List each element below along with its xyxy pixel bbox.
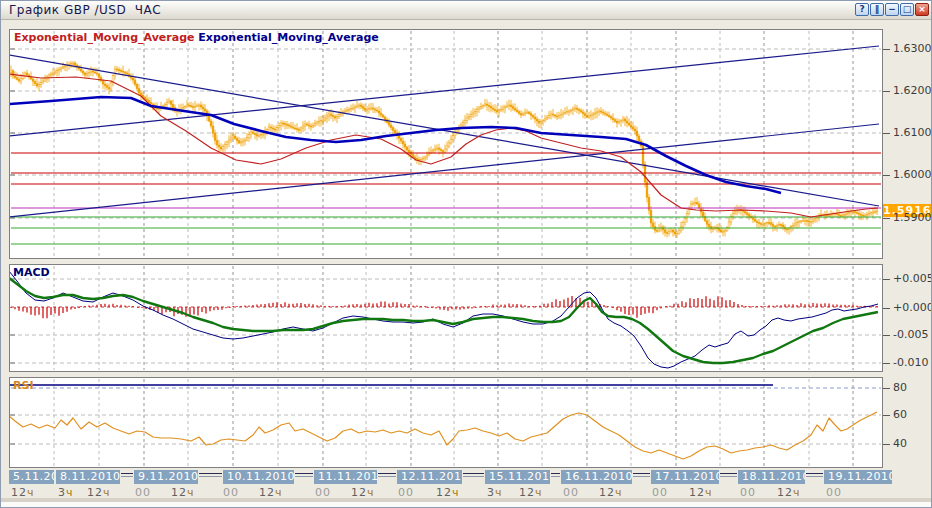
price-axis: 1.5916 1.63001.62001.61001.60001.5900+0.…: [882, 1, 932, 508]
candle-body: [24, 73, 26, 76]
price-axis-label: 1.6200: [893, 84, 932, 97]
candle-body: [120, 70, 122, 71]
candle-body: [268, 127, 270, 129]
date-box: 12.11.2010: [397, 470, 462, 484]
pause-icon: ‖: [875, 4, 880, 14]
candle-body: [58, 69, 60, 70]
candle-body: [230, 138, 232, 140]
candle-body: [828, 216, 830, 217]
macd-axis-label: -0.010: [893, 356, 928, 369]
candle-body: [854, 212, 856, 213]
macd-axis-label: -0.005: [893, 328, 928, 341]
candle-body: [136, 84, 138, 88]
candle-body: [334, 117, 336, 118]
candle-body: [524, 113, 526, 114]
candle-body: [468, 116, 470, 118]
candle-body: [486, 104, 488, 105]
candle-body: [674, 232, 676, 234]
date-connector: [720, 473, 737, 477]
candle-body: [858, 214, 860, 215]
date-connector: [463, 473, 484, 477]
candle-body: [658, 229, 660, 231]
candle-body: [670, 230, 672, 232]
candle-body: [186, 105, 188, 106]
candle-body: [522, 114, 524, 115]
date-box: 10.11.2010: [223, 470, 294, 484]
main-chart-panel[interactable]: Exponential_Moving_Average Exponential_M…: [9, 29, 883, 259]
candle-body: [488, 105, 490, 106]
date-connector: [295, 473, 313, 477]
candle-body: [60, 68, 62, 69]
candle-body: [16, 78, 18, 80]
candle-body: [472, 113, 474, 115]
candle-body: [316, 122, 318, 124]
candle-body: [346, 110, 348, 111]
candle-body: [74, 63, 76, 65]
candle-body: [744, 212, 746, 213]
candle-body: [478, 108, 480, 110]
candle-body: [42, 81, 44, 83]
window-titlebar[interactable]: График GBP /USD ЧАС ? ‖ − □ ×: [1, 1, 931, 20]
candle-body: [800, 221, 802, 222]
rsi-axis-label-tick: [883, 388, 890, 389]
candle-body: [838, 215, 840, 216]
candle-body: [874, 211, 876, 212]
candle-body: [500, 109, 502, 110]
candle-body: [324, 118, 326, 120]
candle-body: [440, 149, 442, 150]
candle-body: [348, 109, 350, 110]
macd-axis-label-tick: [883, 363, 890, 364]
candle-body: [148, 101, 150, 103]
candle-body: [590, 115, 592, 116]
candle-body: [246, 137, 248, 140]
candle-body: [400, 138, 402, 141]
macd-axis-label-tick: [883, 308, 890, 309]
candle-body: [434, 149, 436, 150]
candle-body: [746, 213, 748, 215]
candle-body: [196, 106, 198, 107]
help-button[interactable]: ?: [855, 3, 869, 16]
candle-body: [778, 225, 780, 226]
candle-body: [252, 132, 254, 133]
indicator-legend: Exponential_Moving_Average Exponential_M…: [14, 31, 379, 44]
candle-body: [44, 79, 46, 81]
candle-body: [140, 93, 142, 95]
candle-body: [376, 110, 378, 111]
ema-fast-line: [10, 74, 878, 217]
candle-body: [106, 86, 108, 88]
date-connector: [199, 473, 222, 477]
candle-body: [694, 202, 696, 203]
candle-body: [250, 132, 252, 135]
candle-body: [798, 222, 800, 223]
date-box: 18.11.2010: [738, 470, 805, 484]
date-box: 11.11.2010: [314, 470, 377, 484]
candle-body: [762, 225, 764, 226]
price-axis-label-tick: [883, 91, 890, 92]
candle-body: [604, 113, 606, 114]
candle-body: [768, 223, 770, 224]
candle-body: [36, 84, 38, 86]
candle-body: [272, 128, 274, 129]
macd-axis-label: +0.005: [893, 272, 932, 285]
candle-body: [216, 140, 218, 145]
candle-body: [166, 103, 168, 105]
candle-body: [610, 117, 612, 118]
candle-body: [722, 231, 724, 232]
candle-body: [302, 126, 304, 128]
macd-panel[interactable]: MACD: [9, 264, 883, 372]
macd-axis-label-tick: [883, 335, 890, 336]
candle-body: [332, 115, 334, 116]
candle-body: [782, 225, 784, 227]
candle-body: [298, 129, 300, 130]
candle-body: [258, 135, 260, 136]
candle-body: [312, 125, 314, 127]
rsi-panel[interactable]: RSI: [9, 377, 883, 468]
candle-body: [368, 109, 370, 110]
candle-body: [540, 122, 542, 123]
candle-body: [530, 114, 532, 116]
candle-body: [868, 214, 870, 215]
candle-body: [582, 112, 584, 114]
candle-body: [242, 141, 244, 142]
candle-body: [636, 131, 638, 136]
candle-body: [286, 124, 288, 125]
